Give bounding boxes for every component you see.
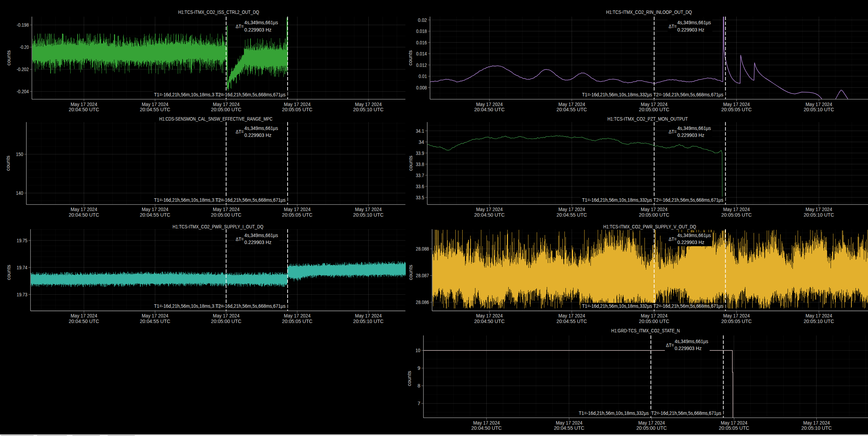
svg-text:T1=-16d,21h,56m,10s,18ms,332µs: T1=-16d,21h,56m,10s,18ms,332µs: [582, 303, 652, 309]
svg-text:20:05:10 UTC: 20:05:10 UTC: [801, 425, 832, 431]
svg-text:20:04:55 UTC: 20:04:55 UTC: [556, 212, 587, 218]
svg-text:T2=-16d,21h,56m,5s,668ms,671µs: T2=-16d,21h,56m,5s,668ms,671µs: [216, 92, 286, 97]
svg-text:4s,349ms,661µs: 4s,349ms,661µs: [677, 20, 711, 25]
svg-text:20:05:10 UTC: 20:05:10 UTC: [353, 212, 384, 218]
svg-text:May 17 2024: May 17 2024: [559, 313, 585, 319]
svg-text:ΔT=: ΔT=: [669, 236, 677, 242]
svg-text:May 17 2024: May 17 2024: [355, 207, 382, 212]
svg-text:T1=-16d,21h,56m,10s,18ms,332µs: T1=-16d,21h,56m,10s,18ms,332µs: [579, 410, 649, 416]
svg-text:May 17 2024: May 17 2024: [142, 207, 168, 212]
svg-text:9: 9: [418, 365, 420, 371]
svg-text:20:04:55 UTC: 20:04:55 UTC: [554, 425, 585, 431]
svg-text:-0.202: -0.202: [17, 67, 29, 72]
svg-text:20:04:50 UTC: 20:04:50 UTC: [471, 425, 502, 431]
svg-text:20:04:50 UTC: 20:04:50 UTC: [474, 212, 505, 218]
svg-text:19.74: 19.74: [17, 265, 27, 270]
svg-text:May 17 2024: May 17 2024: [806, 313, 832, 319]
svg-text:20:05:05 UTC: 20:05:05 UTC: [282, 107, 313, 112]
svg-text:May 17 2024: May 17 2024: [355, 102, 382, 107]
svg-text:20:05:10 UTC: 20:05:10 UTC: [804, 212, 834, 218]
svg-text:0.008: 0.008: [416, 85, 427, 90]
svg-text:34: 34: [419, 139, 424, 145]
svg-text:H1:TCS-ITMX_CO2_PZT_MON_OUTPUT: H1:TCS-ITMX_CO2_PZT_MON_OUTPUT: [607, 116, 688, 122]
svg-text:T2=-16d,21h,56m,5s,668ms,671µs: T2=-16d,21h,56m,5s,668ms,671µs: [651, 410, 721, 416]
svg-text:T2=-16d,21h,56m,5s,668ms,671µs: T2=-16d,21h,56m,5s,668ms,671µs: [216, 197, 286, 203]
svg-text:20:04:55 UTC: 20:04:55 UTC: [556, 319, 587, 324]
svg-text:May 17 2024: May 17 2024: [476, 313, 503, 319]
svg-text:0.229903 Hz: 0.229903 Hz: [677, 27, 704, 33]
svg-text:0.229903 Hz: 0.229903 Hz: [244, 27, 271, 33]
svg-text:150: 150: [16, 151, 23, 157]
svg-text:T1=-16d,21h,56m,10s,18ms,332µs: T1=-16d,21h,56m,10s,18ms,332µs: [154, 303, 224, 309]
svg-text:counts: counts: [6, 50, 11, 66]
svg-text:20:05:00 UTC: 20:05:00 UTC: [211, 319, 242, 324]
svg-text:20:04:50 UTC: 20:04:50 UTC: [69, 212, 99, 218]
svg-text:0.018: 0.018: [416, 28, 427, 34]
svg-text:4s,349ms,661µs: 4s,349ms,661µs: [244, 233, 278, 238]
svg-text:May 17 2024: May 17 2024: [213, 102, 239, 107]
svg-text:20:04:55 UTC: 20:04:55 UTC: [140, 107, 170, 112]
svg-text:4s,349ms,661µs: 4s,349ms,661µs: [244, 20, 278, 25]
svg-text:0.229903 Hz: 0.229903 Hz: [244, 239, 271, 245]
svg-text:19.73: 19.73: [17, 292, 27, 297]
svg-text:20:05:10 UTC: 20:05:10 UTC: [804, 319, 834, 324]
svg-text:T2=-16d,21h,56m,5s,668ms,671µs: T2=-16d,21h,56m,5s,668ms,671µs: [654, 92, 724, 97]
svg-text:T1=-16d,21h,56m,10s,18ms,332µs: T1=-16d,21h,56m,10s,18ms,332µs: [582, 92, 652, 97]
svg-text:ΔT=: ΔT=: [236, 236, 244, 242]
svg-text:May 17 2024: May 17 2024: [142, 313, 168, 319]
svg-text:20:05:05 UTC: 20:05:05 UTC: [719, 425, 749, 431]
svg-text:140: 140: [16, 190, 23, 196]
svg-text:May 17 2024: May 17 2024: [641, 102, 667, 107]
svg-text:33.7: 33.7: [416, 173, 424, 178]
svg-text:20:05:05 UTC: 20:05:05 UTC: [721, 212, 752, 218]
svg-text:May 17 2024: May 17 2024: [803, 420, 830, 426]
svg-text:May 17 2024: May 17 2024: [142, 102, 168, 107]
svg-text:T2=-16d,21h,56m,5s,668ms,671µs: T2=-16d,21h,56m,5s,668ms,671µs: [654, 303, 724, 309]
svg-text:10: 10: [415, 348, 420, 353]
svg-text:0.014: 0.014: [416, 51, 427, 56]
svg-text:28.086: 28.086: [416, 299, 429, 305]
svg-text:May 17 2024: May 17 2024: [638, 420, 665, 426]
svg-text:H1:TCS-ITMX_CO2_PWR_SUPPLY_I_O: H1:TCS-ITMX_CO2_PWR_SUPPLY_I_OUT_DQ: [173, 224, 263, 229]
svg-text:-0.204: -0.204: [17, 89, 29, 94]
svg-text:May 17 2024: May 17 2024: [71, 313, 97, 319]
svg-text:counts: counts: [407, 50, 413, 66]
svg-text:20:04:55 UTC: 20:04:55 UTC: [140, 319, 170, 324]
svg-text:May 17 2024: May 17 2024: [213, 207, 239, 212]
svg-text:May 17 2024: May 17 2024: [721, 420, 747, 426]
svg-text:May 17 2024: May 17 2024: [559, 102, 585, 107]
svg-text:May 17 2024: May 17 2024: [723, 102, 750, 107]
svg-text:H1:TCS-ITMX_CO2_PWR_SUPPLY_V_O: H1:TCS-ITMX_CO2_PWR_SUPPLY_V_OUT_DQ: [603, 224, 696, 229]
svg-text:20:04:50 UTC: 20:04:50 UTC: [69, 107, 99, 112]
svg-text:May 17 2024: May 17 2024: [476, 102, 503, 107]
svg-text:20:05:10 UTC: 20:05:10 UTC: [353, 319, 384, 324]
svg-text:May 17 2024: May 17 2024: [641, 313, 667, 319]
svg-text:20:05:00 UTC: 20:05:00 UTC: [639, 212, 669, 218]
svg-text:May 17 2024: May 17 2024: [213, 313, 239, 319]
svg-text:8: 8: [418, 383, 420, 389]
svg-text:20:05:05 UTC: 20:05:05 UTC: [721, 319, 752, 324]
svg-text:May 17 2024: May 17 2024: [473, 420, 500, 426]
svg-text:0.229903 Hz: 0.229903 Hz: [675, 346, 702, 351]
svg-text:20:05:00 UTC: 20:05:00 UTC: [211, 107, 242, 112]
svg-text:20:05:00 UTC: 20:05:00 UTC: [211, 212, 242, 218]
svg-text:T2=-16d,21h,56m,5s,668ms,671µs: T2=-16d,21h,56m,5s,668ms,671µs: [216, 303, 286, 309]
svg-text:20:05:00 UTC: 20:05:00 UTC: [639, 319, 669, 324]
svg-text:counts: counts: [408, 156, 413, 171]
svg-text:T1=-16d,21h,56m,10s,18ms,332µs: T1=-16d,21h,56m,10s,18ms,332µs: [154, 92, 224, 97]
svg-text:0.229903 Hz: 0.229903 Hz: [677, 132, 704, 138]
svg-text:May 17 2024: May 17 2024: [355, 313, 382, 319]
svg-text:20:05:00 UTC: 20:05:00 UTC: [639, 107, 669, 112]
svg-text:ΔT=: ΔT=: [669, 129, 677, 134]
svg-text:33.6: 33.6: [416, 184, 424, 189]
svg-text:0.229903 Hz: 0.229903 Hz: [244, 132, 271, 138]
svg-text:20:05:10 UTC: 20:05:10 UTC: [804, 107, 834, 112]
svg-text:May 17 2024: May 17 2024: [284, 313, 310, 319]
svg-text:May 17 2024: May 17 2024: [71, 102, 97, 107]
svg-text:0.012: 0.012: [416, 62, 427, 68]
svg-text:ΔT=: ΔT=: [669, 24, 677, 29]
svg-text:May 17 2024: May 17 2024: [723, 207, 750, 212]
svg-text:May 17 2024: May 17 2024: [556, 420, 582, 426]
svg-text:20:04:55 UTC: 20:04:55 UTC: [140, 212, 170, 218]
svg-text:20:05:05 UTC: 20:05:05 UTC: [282, 319, 313, 324]
